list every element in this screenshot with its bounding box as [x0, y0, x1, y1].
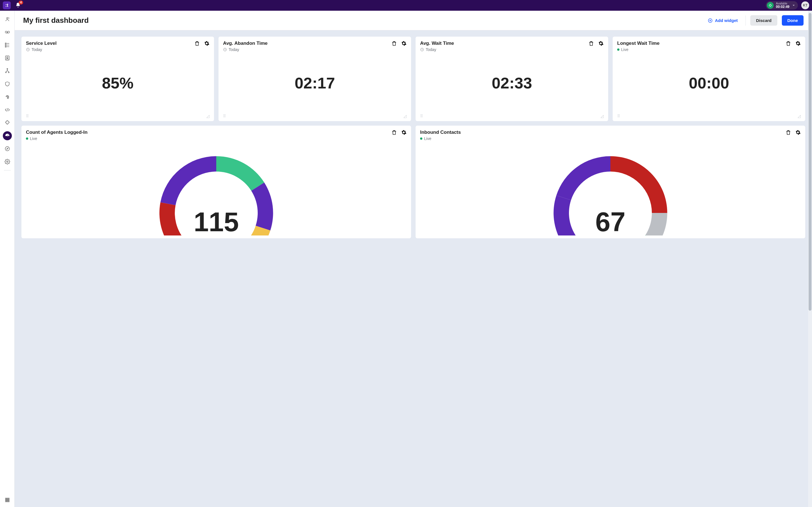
nav-settings-icon[interactable]	[3, 157, 12, 166]
nav-flow-icon[interactable]	[3, 41, 12, 50]
resize-handle-icon[interactable]: ◿	[403, 114, 407, 118]
svg-rect-6	[5, 45, 6, 45]
donut-segment	[160, 156, 216, 205]
drag-handle-icon[interactable]: ⠿	[617, 114, 620, 118]
svg-rect-5	[5, 43, 6, 44]
svg-rect-23	[7, 498, 8, 499]
status-available-icon	[767, 2, 774, 9]
widget-metric-value: 02:33	[420, 52, 604, 114]
status-timer: 00:02:49	[776, 5, 790, 9]
svg-point-12	[6, 57, 8, 58]
svg-rect-28	[5, 501, 6, 502]
trash-icon	[589, 41, 594, 46]
nav-agent-icon[interactable]	[3, 15, 12, 24]
svg-point-18	[7, 135, 8, 136]
add-widget-button[interactable]: Add widget	[704, 16, 741, 25]
nav-routes-icon[interactable]	[3, 66, 12, 75]
donut-segment	[216, 156, 264, 191]
gear-icon	[204, 41, 209, 46]
nav-shield-icon[interactable]	[3, 79, 12, 89]
donut-segment	[645, 213, 667, 235]
trash-icon	[785, 41, 791, 46]
drag-handle-icon[interactable]: ⠿	[223, 114, 226, 118]
widget-period: Today	[32, 47, 42, 52]
widget-avg-abandon-time: Avg. Abandon Time Today	[218, 37, 411, 121]
nav-voicemail-icon[interactable]	[3, 27, 12, 37]
widget-title: Service Level	[26, 41, 194, 46]
nav-contact-icon[interactable]	[3, 54, 12, 62]
nav-dashboard-icon[interactable]	[3, 131, 12, 140]
svg-rect-25	[5, 499, 6, 500]
svg-rect-26	[7, 499, 8, 500]
nav-code-icon[interactable]	[3, 105, 12, 114]
widget-settings-button[interactable]	[598, 41, 604, 46]
svg-rect-0	[769, 4, 771, 6]
widget-settings-button[interactable]	[401, 129, 407, 135]
svg-point-21	[6, 161, 8, 163]
widget-metric-value: 02:17	[223, 52, 407, 114]
resize-handle-icon[interactable]: ◿	[206, 114, 209, 118]
svg-point-2	[5, 31, 7, 33]
resize-handle-icon[interactable]: ◿	[601, 114, 604, 118]
widget-settings-button[interactable]	[795, 129, 801, 135]
widget-delete-button[interactable]	[785, 129, 791, 135]
svg-marker-20	[6, 148, 8, 150]
trash-icon	[391, 129, 397, 135]
avatar[interactable]: KT	[801, 1, 809, 9]
resize-handle-icon[interactable]: ◿	[798, 114, 801, 118]
widget-delete-button[interactable]	[391, 41, 397, 46]
svg-rect-11	[5, 56, 9, 60]
widget-settings-button[interactable]	[795, 41, 801, 46]
widget-delete-button[interactable]	[785, 41, 791, 46]
nav-integration-icon[interactable]	[3, 118, 12, 127]
donut-segment	[556, 156, 610, 200]
page-header: My first dashboard Add widget Discard Do…	[15, 11, 812, 31]
discard-button[interactable]: Discard	[750, 15, 777, 25]
donut-center-value: 115	[194, 209, 239, 235]
trash-icon	[785, 129, 791, 135]
page-title: My first dashboard	[23, 16, 89, 25]
scrollbar-vertical[interactable]	[808, 11, 812, 507]
svg-rect-29	[7, 501, 8, 502]
gear-icon	[795, 41, 801, 46]
widget-longest-wait-time: Longest Wait Time Live	[613, 37, 805, 121]
widget-settings-button[interactable]	[204, 41, 209, 46]
nav-compass-icon[interactable]	[3, 144, 12, 153]
svg-line-16	[7, 108, 8, 112]
widget-delete-button[interactable]	[391, 129, 397, 135]
widget-period: Live	[424, 136, 432, 141]
widget-settings-button[interactable]	[401, 41, 407, 46]
widget-metric-value: 00:00	[617, 52, 801, 114]
widget-period: Live	[621, 47, 628, 52]
gear-icon	[401, 129, 407, 135]
drag-handle-icon[interactable]: ⠿	[26, 114, 29, 118]
scrollbar-thumb[interactable]	[809, 13, 811, 311]
topbar: :t 4 Available 00:02:49 KT	[0, 0, 812, 11]
widget-delete-button[interactable]	[194, 41, 200, 46]
live-dot-icon	[26, 137, 28, 140]
notifications-button[interactable]: 4	[15, 2, 21, 9]
svg-rect-24	[8, 498, 9, 499]
widget-period: Today	[426, 47, 436, 52]
clock-icon	[223, 48, 227, 52]
widget-metric-value: 85%	[26, 52, 209, 114]
svg-rect-7	[5, 46, 6, 47]
widget-period: Live	[30, 136, 37, 141]
done-button[interactable]: Done	[782, 15, 804, 25]
widget-delete-button[interactable]	[589, 41, 594, 46]
live-dot-icon	[420, 137, 422, 140]
widget-period: Today	[229, 47, 239, 52]
chevron-down-icon	[792, 3, 796, 7]
trash-icon	[391, 41, 397, 46]
nav-fingerprint-icon[interactable]	[3, 93, 12, 101]
drag-handle-icon[interactable]: ⠿	[420, 114, 423, 118]
clock-icon	[420, 48, 424, 52]
notification-count-badge: 4	[18, 1, 23, 4]
gear-icon	[598, 41, 604, 46]
app-logo[interactable]: :t	[3, 1, 11, 9]
agent-status-dropdown[interactable]: Available 00:02:49	[766, 1, 798, 10]
widget-avg-wait-time: Avg. Wait Time Today	[416, 37, 608, 121]
nav-apps-icon[interactable]	[3, 498, 12, 507]
widget-title: Avg. Wait Time	[420, 41, 589, 46]
widget-agents-logged-in: Count of Agents Logged-In Live	[21, 126, 411, 238]
